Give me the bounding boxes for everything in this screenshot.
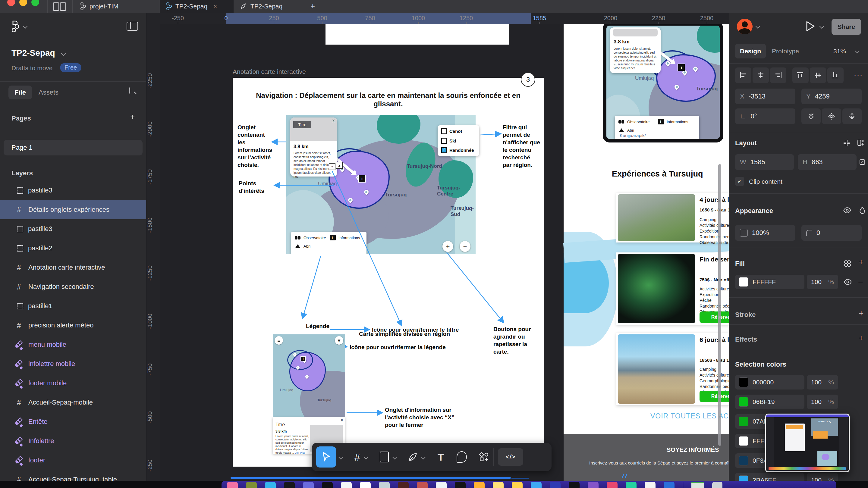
dock-app-icon[interactable] bbox=[664, 482, 675, 488]
layer-row[interactable]: Accueil-Sepaq-mobile bbox=[0, 393, 146, 412]
shape-tool-button[interactable] bbox=[380, 452, 389, 462]
dock-trash-icon[interactable] bbox=[712, 482, 722, 488]
color-swatch[interactable] bbox=[739, 397, 748, 407]
corner-radius-input[interactable]: 0 bbox=[801, 225, 862, 241]
tabs-overview-icon[interactable] bbox=[60, 2, 66, 11]
experience-card[interactable]: Fin de semaine à Tursujuq 750$ - Non off… bbox=[616, 253, 729, 325]
shrink-icon[interactable] bbox=[843, 139, 850, 147]
align-horizontal-center-icon[interactable] bbox=[752, 67, 769, 83]
layer-row[interactable]: pastille1 bbox=[0, 296, 146, 316]
tab-design[interactable]: Design bbox=[735, 44, 766, 59]
layer-row[interactable]: menu mobile bbox=[0, 335, 146, 354]
see-all-activities-link[interactable]: VOIR TOUTES LES AC bbox=[650, 412, 729, 420]
zoom-level[interactable]: 31% bbox=[833, 47, 846, 55]
chevron-down-icon[interactable] bbox=[23, 24, 28, 29]
constrain-proportions-icon[interactable] bbox=[859, 158, 866, 166]
zoom-window-button[interactable] bbox=[31, 0, 39, 6]
layer-row[interactable]: infolettre mobile bbox=[0, 354, 146, 373]
reserve-button[interactable]: Réserver bbox=[700, 312, 729, 323]
present-options-chevron[interactable] bbox=[819, 24, 824, 29]
tab-tp2-sepaq-draft[interactable]: TP2-Sepaq bbox=[234, 0, 303, 13]
flip-horizontal-icon[interactable] bbox=[822, 108, 841, 124]
layer-row[interactable]: footer mobile bbox=[0, 373, 146, 393]
color-swatch[interactable] bbox=[739, 378, 748, 387]
frame-label[interactable]: Anotation carte interactive bbox=[233, 68, 306, 75]
align-top-icon[interactable] bbox=[792, 67, 809, 83]
move-tool-button[interactable] bbox=[316, 447, 336, 467]
move-tool-chevron[interactable] bbox=[338, 455, 343, 459]
layer-row[interactable]: Entête bbox=[0, 412, 146, 431]
component-swap-icon[interactable] bbox=[857, 139, 864, 147]
dock-app-icon[interactable] bbox=[645, 482, 655, 488]
canvas[interactable]: Anotation carte interactive 3 Navigation… bbox=[160, 24, 729, 481]
add-effect-button[interactable]: + bbox=[859, 333, 864, 343]
dock-app-icon[interactable] bbox=[493, 482, 504, 488]
layer-row[interactable]: pastille3 bbox=[0, 181, 146, 200]
selection-color-row[interactable]: 06BF19 100% bbox=[729, 395, 868, 414]
eye-icon[interactable] bbox=[844, 278, 852, 286]
color-swatch[interactable] bbox=[739, 436, 748, 446]
layer-row[interactable]: footer bbox=[0, 451, 146, 470]
share-button[interactable]: Share bbox=[832, 19, 861, 35]
rotation-input[interactable]: ∟0° bbox=[735, 108, 795, 124]
dock-app-icon[interactable] bbox=[322, 482, 333, 488]
present-play-icon[interactable] bbox=[805, 21, 815, 32]
frame-tool-button[interactable]: # bbox=[354, 451, 360, 463]
dock-app-icon[interactable] bbox=[227, 482, 238, 488]
text-tool-button[interactable]: T bbox=[438, 451, 444, 463]
pen-tool-button[interactable] bbox=[408, 452, 418, 462]
dock-app-icon[interactable] bbox=[303, 482, 314, 488]
dock-app-icon[interactable] bbox=[398, 482, 409, 488]
dock-app-icon[interactable] bbox=[265, 482, 276, 488]
voir-plus-link[interactable]: Voir Plus bbox=[295, 451, 306, 454]
dock-app-icon[interactable] bbox=[360, 482, 371, 488]
dock-app-icon[interactable] bbox=[284, 482, 295, 488]
tab-file[interactable]: File bbox=[8, 86, 32, 99]
actions-tool-button[interactable] bbox=[479, 452, 489, 462]
experience-card[interactable]: 6 jours à la déco kayak et hiking 1850$ … bbox=[616, 333, 729, 405]
dock-minimized-window[interactable] bbox=[691, 482, 704, 488]
color-swatch[interactable] bbox=[739, 456, 748, 465]
rotate-icon[interactable] bbox=[801, 108, 821, 124]
droplet-icon[interactable] bbox=[858, 206, 867, 215]
dock-app-icon[interactable] bbox=[512, 482, 523, 488]
align-vertical-center-icon[interactable] bbox=[810, 67, 826, 83]
layer-row[interactable]: Détails onglets expériences bbox=[0, 200, 146, 219]
tab-prototype[interactable]: Prototype bbox=[772, 47, 799, 55]
shape-tool-chevron[interactable] bbox=[393, 455, 397, 459]
experience-card[interactable]: 4 jours à la déco 1650 $ - 8 au 11 août … bbox=[616, 193, 729, 242]
color-swatch[interactable] bbox=[739, 417, 748, 426]
dock-app-icon[interactable] bbox=[341, 482, 352, 488]
dev-mode-toggle[interactable]: </> bbox=[498, 448, 523, 466]
more-options-icon[interactable]: ··· bbox=[854, 70, 863, 79]
search-icon[interactable] bbox=[129, 87, 130, 94]
figma-menu-icon[interactable] bbox=[11, 21, 19, 32]
legend-toggle-icon[interactable]: ≡ bbox=[275, 336, 283, 345]
dock-app-icon[interactable] bbox=[607, 482, 618, 488]
align-left-icon[interactable] bbox=[735, 67, 751, 83]
close-window-button[interactable] bbox=[7, 0, 15, 6]
close-tab-icon[interactable]: × bbox=[213, 3, 217, 10]
user-avatar[interactable] bbox=[737, 19, 752, 34]
close-icon[interactable]: X bbox=[341, 418, 343, 422]
dock-app-icon[interactable] bbox=[246, 482, 257, 488]
opacity-input[interactable]: 100% bbox=[735, 225, 795, 241]
frame-tool-chevron[interactable] bbox=[364, 455, 369, 459]
layer-row[interactable]: pastille2 bbox=[0, 238, 146, 258]
screenshot-preview-overlay[interactable]: TURSUJUQ bbox=[765, 414, 849, 472]
reserve-button[interactable]: Réserver bbox=[700, 391, 729, 402]
new-tab-button[interactable]: + bbox=[310, 1, 315, 11]
add-page-button[interactable]: + bbox=[130, 112, 135, 121]
zoom-chevron[interactable] bbox=[855, 49, 860, 54]
tabs-overview-icon[interactable] bbox=[53, 2, 59, 11]
height-input[interactable]: H863 bbox=[798, 154, 857, 170]
minimize-window-button[interactable] bbox=[19, 0, 27, 6]
tab-tp2-sepaq-active[interactable]: TP2-Sepaq × bbox=[160, 0, 234, 13]
dock-app-icon[interactable] bbox=[531, 482, 541, 488]
filter-toggle-icon[interactable]: ▼ bbox=[335, 336, 343, 345]
dock-app-icon[interactable] bbox=[569, 482, 580, 488]
page-item-selected[interactable]: Page 1 bbox=[4, 140, 143, 156]
width-input[interactable]: W1585 bbox=[735, 154, 794, 170]
fill-opacity[interactable]: 100% bbox=[807, 275, 838, 289]
y-position-input[interactable]: Y4259 bbox=[801, 89, 862, 104]
